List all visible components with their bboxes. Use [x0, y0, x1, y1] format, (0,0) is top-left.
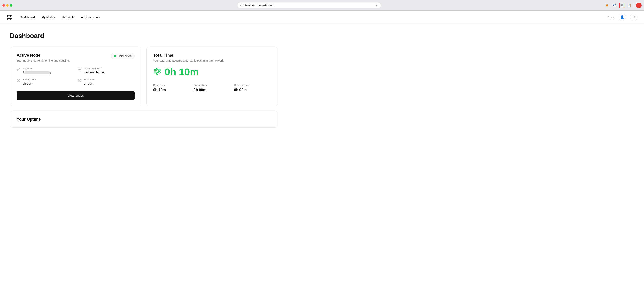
- todays-time-value: 0h 10m: [23, 82, 37, 85]
- toolbar-separator: [634, 3, 634, 7]
- bless-network-icon: [153, 67, 161, 77]
- node-id-info: Node ID 1y: [23, 67, 52, 74]
- browser-chrome: ⊙ bless.network/dashboard ★ ▣ 🛡 ⊞ 📋: [0, 0, 644, 11]
- nav-links: Dashboard My Nodes Referrals Achievement…: [20, 15, 100, 19]
- base-time-value: 0h 10m: [153, 88, 190, 92]
- svg-point-9: [154, 69, 156, 71]
- svg-point-12: [159, 72, 160, 73]
- node-id-value: 1y: [23, 71, 52, 74]
- svg-rect-3: [79, 70, 80, 71]
- referral-time-value: 0h 00m: [234, 88, 271, 92]
- page-title: Dashboard: [10, 32, 278, 40]
- node-id-prefix: 1: [23, 71, 24, 74]
- svg-rect-2: [80, 68, 81, 69]
- connected-label: Connected: [118, 54, 132, 58]
- active-node-card: Active Node Your node is currently onlin…: [10, 47, 142, 106]
- logo-dots: [6, 15, 12, 20]
- clock-icon-2: [78, 79, 82, 83]
- nav-dashboard[interactable]: Dashboard: [20, 15, 35, 19]
- logo-dot-1: [6, 15, 9, 17]
- connected-badge: Connected: [111, 53, 135, 59]
- logo-dot-2: [10, 15, 12, 17]
- ext-orange-icon[interactable]: ▣: [604, 3, 610, 8]
- node-id-suffix: y: [50, 71, 52, 74]
- node-id-item: Node ID 1y: [17, 67, 74, 74]
- active-node-header: Active Node Your node is currently onlin…: [17, 53, 135, 67]
- view-nodes-button[interactable]: View Nodes: [17, 91, 135, 100]
- active-node-subtitle: Your node is currently online and syncin…: [17, 59, 70, 62]
- svg-point-6: [156, 70, 158, 72]
- clock-icon-1: [17, 79, 20, 83]
- active-node-title: Active Node: [17, 53, 70, 58]
- ext-clipboard-icon[interactable]: 📋: [626, 3, 632, 8]
- close-dot[interactable]: [2, 4, 5, 6]
- secure-icon: ⊙: [240, 4, 242, 6]
- profile-icon[interactable]: [636, 3, 642, 8]
- app-container: Dashboard My Nodes Referrals Achievement…: [0, 11, 644, 290]
- svg-rect-1: [78, 68, 79, 69]
- base-time-item: Base Time 0h 10m: [153, 84, 190, 92]
- svg-point-7: [156, 68, 158, 70]
- total-time-small-info: Total Time 0h 10m: [84, 78, 95, 85]
- total-time-title: Total Time: [153, 53, 271, 58]
- network-icon: [78, 68, 82, 72]
- connected-host-label: Connected Host: [84, 67, 105, 70]
- total-time-value: 0h 10m: [165, 67, 198, 77]
- time-breakdown: Base Time 0h 10m Bonus Time 0h 00m Refer…: [153, 84, 271, 92]
- cards-row: Active Node Your node is currently onlin…: [10, 47, 278, 106]
- nav-right: Docs 👤 ☀: [608, 13, 638, 21]
- node-info-grid: Node ID 1y: [17, 67, 135, 85]
- referral-time-item: Referral Time 0h 00m: [234, 84, 271, 92]
- ext-network-icon[interactable]: ⊞: [619, 3, 624, 8]
- nav-achievements[interactable]: Achievements: [81, 15, 100, 19]
- theme-icon-btn[interactable]: ☀: [630, 13, 638, 21]
- connected-host-info: Connected Host head-run.bls.dev: [84, 67, 105, 74]
- bonus-time-label: Bonus Time: [194, 84, 231, 87]
- total-time-small-label: Total Time: [84, 78, 95, 81]
- key-icon: [17, 68, 20, 72]
- todays-time-label: Today's Time: [23, 78, 37, 81]
- connected-dot: [114, 55, 116, 57]
- minimize-dot[interactable]: [6, 4, 9, 6]
- connected-host-item: Connected Host head-run.bls.dev: [78, 67, 135, 74]
- logo-dot-4: [10, 18, 12, 20]
- user-icon: 👤: [620, 15, 624, 19]
- bonus-time-item: Bonus Time 0h 00m: [194, 84, 231, 92]
- uptime-title: Your Uptime: [17, 117, 271, 122]
- ext-shield-icon[interactable]: 🛡: [612, 3, 617, 8]
- total-time-small-item: Total Time 0h 10m: [78, 78, 135, 85]
- todays-time-item: Today's Time 0h 10m: [17, 78, 74, 85]
- todays-time-info: Today's Time 0h 10m: [23, 78, 37, 85]
- svg-point-8: [156, 73, 158, 75]
- base-time-label: Base Time: [153, 84, 190, 87]
- window-controls: [2, 4, 12, 6]
- sun-icon: ☀: [632, 15, 635, 19]
- total-time-subtitle: Your total time accumulated participatin…: [153, 59, 271, 62]
- node-id-label: Node ID: [23, 67, 52, 70]
- bookmark-icon[interactable]: ★: [375, 4, 378, 7]
- active-node-title-group: Active Node Your node is currently onlin…: [17, 53, 70, 67]
- node-id-redacted: [25, 71, 50, 74]
- url-text: bless.network/dashboard: [244, 4, 274, 7]
- user-icon-btn[interactable]: 👤: [618, 13, 626, 21]
- navbar: Dashboard My Nodes Referrals Achievement…: [0, 11, 644, 24]
- uptime-card: Your Uptime: [10, 111, 278, 128]
- browser-extensions: ▣ 🛡 ⊞ 📋: [604, 3, 642, 8]
- nav-referrals[interactable]: Referrals: [62, 15, 74, 19]
- svg-point-10: [159, 69, 160, 71]
- total-time-display: 0h 10m: [153, 67, 271, 77]
- total-time-small-value: 0h 10m: [84, 82, 95, 85]
- main-content: Dashboard Active Node Your node is curre…: [0, 24, 288, 136]
- logo-dot-3: [6, 18, 9, 20]
- bonus-time-value: 0h 00m: [194, 88, 231, 92]
- nav-my-nodes[interactable]: My Nodes: [41, 15, 55, 19]
- logo[interactable]: [6, 15, 12, 20]
- total-time-card: Total Time Your total time accumulated p…: [146, 47, 278, 106]
- maximize-dot[interactable]: [10, 4, 12, 6]
- svg-point-11: [154, 72, 156, 73]
- referral-time-label: Referral Time: [234, 84, 271, 87]
- connected-host-value: head-run.bls.dev: [84, 71, 105, 74]
- docs-link[interactable]: Docs: [608, 15, 614, 19]
- address-bar[interactable]: ⊙ bless.network/dashboard ★: [237, 2, 381, 8]
